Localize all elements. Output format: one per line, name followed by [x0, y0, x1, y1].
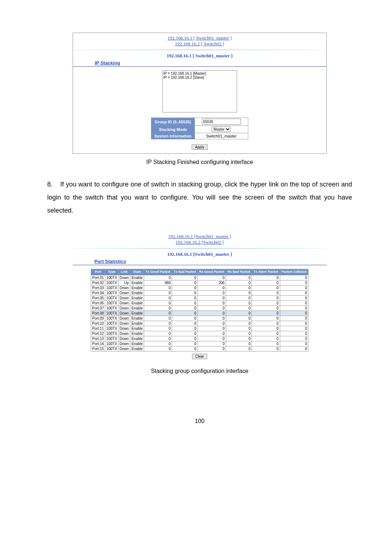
cell: 100TX [105, 326, 118, 331]
cell: 0 [197, 300, 226, 305]
cell: Enable [130, 321, 144, 326]
cell: 0 [197, 305, 226, 311]
cell: 0 [172, 285, 198, 290]
list-number: 8. [47, 178, 60, 191]
table-row: Port.15100TXDownEnable000000 [91, 346, 308, 351]
cell: 100TX [105, 336, 118, 341]
cell: 0 [252, 300, 280, 305]
cell: Port.09 [91, 316, 105, 321]
link-switch1-b[interactable]: 192.168.16.1 [Switch01_master ] [168, 234, 231, 239]
cell: 0 [280, 285, 309, 290]
cell: 0 [252, 321, 280, 326]
table-row: Port.11100TXDownEnable000000 [91, 326, 308, 331]
select-stacking-mode[interactable]: Master [212, 127, 231, 132]
table-row: Port.10100TXDownEnable000000 [91, 321, 308, 326]
cell: 0 [172, 311, 198, 316]
link-switch2-b[interactable]: 192.168.16.2 [Switch02 ] [176, 239, 224, 245]
cell: 100TX [105, 321, 118, 326]
table-row: Port.02100TXUpEnable9660206000 [91, 280, 308, 285]
table-row: Port.14100TXDownEnable000000 [91, 341, 308, 346]
cell: 0 [172, 280, 198, 285]
page-number: 100 [47, 418, 352, 424]
cell: 0 [226, 295, 252, 300]
cell: 0 [226, 341, 252, 346]
cell: 0 [252, 311, 280, 316]
cell: Port.10 [91, 321, 105, 326]
heading-underline-2 [73, 265, 327, 265]
heading-ip-stacking: IP Stacking [73, 60, 326, 66]
cell: 0 [280, 346, 309, 351]
table-row: Port.07100TXDownEnable000000 [91, 305, 308, 311]
cell: 0 [197, 290, 226, 295]
cell: Enable [130, 285, 144, 290]
table-row: Port.03100TXDownEnable000000 [91, 285, 308, 290]
cell: Down [118, 321, 130, 326]
cell: 0 [280, 341, 309, 346]
input-group-id[interactable] [202, 119, 241, 125]
cell: 0 [144, 290, 172, 295]
cell: Port.01 [91, 275, 105, 280]
cell: Enable [130, 336, 144, 341]
list-item[interactable]: IP = 192.168.16.2 [Slave] [163, 75, 236, 79]
cell: Enable [130, 300, 144, 305]
cell: Down [118, 346, 130, 351]
clear-button[interactable]: Clear [192, 354, 207, 359]
cell: 0 [197, 311, 226, 316]
cell: 0 [280, 311, 309, 316]
cell: Enable [130, 311, 144, 316]
stats-table: Port Type Link State Tx Good Packet Tx B… [91, 269, 309, 352]
cell: 0 [144, 311, 172, 316]
cell: Port.06 [91, 300, 105, 305]
table-row: Port.01100TXDownEnable000000 [91, 275, 308, 280]
cell: 0 [226, 311, 252, 316]
label-system-info: System Information [151, 133, 195, 139]
cell: 0 [144, 336, 172, 341]
th-rxbad: Rx Bad Packet [226, 269, 252, 275]
cell: 0 [197, 316, 226, 321]
table-row: Port.09100TXDownEnable000000 [91, 316, 308, 321]
cell: 0 [172, 305, 198, 311]
table-row: Port.08100TXDownEnable000000 [91, 311, 308, 316]
cell: 0 [172, 295, 198, 300]
table-row: Port.13100TXDownEnable000000 [91, 336, 308, 341]
heading-port-statistics: Port Statistics [73, 259, 327, 264]
divider-2 [73, 248, 327, 249]
cell: Up [118, 280, 130, 285]
cell: Port.14 [91, 341, 105, 346]
cell: 0 [197, 275, 226, 280]
cell: Enable [130, 290, 144, 295]
link-switch1[interactable]: 192.168.16.1 [ Switch01_master ] [168, 35, 232, 41]
cell: 0 [172, 346, 198, 351]
cell: Port.05 [91, 295, 105, 300]
cell: 0 [144, 326, 172, 331]
value-system-info: Switch01_master [195, 133, 248, 139]
cell: Port.08 [91, 311, 105, 316]
cell: Port.02 [91, 280, 105, 285]
th-txabort: Tx Abort Packet [252, 269, 280, 275]
cell: 0 [226, 316, 252, 321]
cell: 0 [144, 295, 172, 300]
cell: Port.04 [91, 290, 105, 295]
cell: 0 [252, 275, 280, 280]
figure-port-statistics: 192.168.16.1 [Switch01_master ] 192.168.… [73, 231, 327, 374]
cell: 100TX [105, 346, 118, 351]
list-item[interactable]: IP = 192.168.16.1 [Master] [163, 71, 236, 75]
th-state: State [130, 269, 144, 275]
cell: Down [118, 311, 130, 316]
label-group-id: Group ID (0..65535) [151, 118, 195, 126]
cell: 0 [252, 336, 280, 341]
cell: 100TX [105, 305, 118, 311]
cell: 100TX [105, 295, 118, 300]
link-switch2[interactable]: 192.168.16.2 [ Switch02 ] [175, 41, 224, 46]
body-paragraph: 8.If you want to configure one of switch… [47, 178, 352, 217]
th-collision: Packet Collision [280, 269, 309, 275]
ip-listbox[interactable]: IP = 192.168.16.1 [Master] IP = 192.168.… [162, 70, 237, 112]
cell: Down [118, 285, 130, 290]
apply-button[interactable]: Apply [192, 144, 207, 150]
cell: 100TX [105, 311, 118, 316]
config-table: Group ID (0..65535) Stacking Mode Master… [151, 118, 248, 139]
cell: Down [118, 331, 130, 336]
table-row: Port.04100TXDownEnable000000 [91, 290, 308, 295]
table-row: Port.05100TXDownEnable000000 [91, 295, 308, 300]
cell: 100TX [105, 331, 118, 336]
